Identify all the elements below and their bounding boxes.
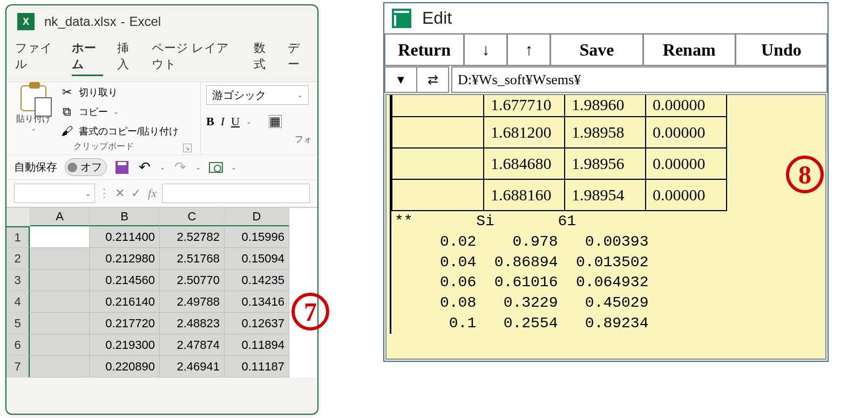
menu-insert[interactable]: 挿入: [117, 40, 138, 76]
cell[interactable]: 0.15094: [225, 248, 289, 269]
cell[interactable]: 2.52782: [160, 226, 225, 248]
bold-button[interactable]: B: [206, 114, 214, 129]
cell[interactable]: [392, 117, 484, 148]
cell[interactable]: 0.00000: [646, 95, 727, 117]
row-header[interactable]: 7: [6, 356, 30, 377]
menu-home[interactable]: ホーム: [72, 40, 103, 76]
cell[interactable]: 1.98954: [565, 179, 646, 211]
italic-button[interactable]: I: [221, 114, 225, 129]
paste-button[interactable]: 貼り付け ⌄: [12, 85, 55, 138]
undo-button[interactable]: ↶: [137, 160, 152, 175]
cut-button[interactable]: ✂ 切り取り: [60, 85, 179, 99]
cell[interactable]: [30, 334, 90, 356]
row-header[interactable]: 6: [6, 334, 30, 356]
cell[interactable]: 1.98956: [565, 148, 646, 179]
format-painter-button[interactable]: 🖌 書式のコピー/貼り付け: [60, 124, 179, 138]
return-button[interactable]: Return: [384, 33, 464, 66]
name-box[interactable]: ⌄: [14, 184, 95, 203]
cell[interactable]: 0.211400: [90, 226, 160, 248]
qat-overflow-icon[interactable]: ⌄: [231, 164, 236, 171]
row-header[interactable]: 1: [6, 226, 30, 248]
font-name-dropdown[interactable]: 游ゴシック ⌄: [206, 85, 309, 105]
cell[interactable]: 0.00000: [646, 179, 727, 211]
cell[interactable]: 0.11187: [225, 356, 289, 377]
row-header[interactable]: 3: [6, 269, 30, 291]
arrow-down-button[interactable]: ↓: [464, 33, 507, 66]
edit-plain-text[interactable]: ** Si 61 0.02 0.978 0.00393 0.04 0.86894…: [391, 211, 825, 334]
cell[interactable]: 0.219300: [90, 334, 160, 356]
col-header[interactable]: B: [90, 208, 160, 226]
clipboard-launcher-icon[interactable]: ↘: [183, 144, 192, 152]
path-input[interactable]: D:¥Ws_soft¥Wsems¥: [451, 66, 828, 93]
cell[interactable]: 1.681200: [484, 117, 565, 148]
insert-function-button[interactable]: fx: [146, 186, 159, 200]
menu-formulas[interactable]: 数式: [254, 40, 274, 76]
cell[interactable]: [392, 148, 484, 179]
cell[interactable]: 0.216140: [90, 291, 160, 313]
cell[interactable]: 0.15996: [225, 226, 289, 248]
cell[interactable]: 0.12637: [225, 313, 289, 334]
cell[interactable]: 1.688160: [484, 179, 565, 211]
cell[interactable]: 0.00000: [646, 117, 727, 148]
triangle-down-icon: ▼: [395, 73, 407, 87]
cell[interactable]: 1.677710: [484, 95, 565, 117]
cell[interactable]: 2.50770: [160, 269, 225, 291]
redo-dropdown-icon[interactable]: ⌄: [195, 164, 201, 171]
cell[interactable]: 0.214560: [90, 269, 160, 291]
cell[interactable]: 2.51768: [160, 248, 225, 269]
row-header[interactable]: 4: [6, 291, 30, 313]
border-button[interactable]: ▦: [269, 115, 282, 128]
row-header[interactable]: 5: [6, 313, 30, 334]
cell[interactable]: [30, 248, 90, 269]
cell[interactable]: 1.98958: [565, 117, 646, 148]
undo-button[interactable]: Undo: [735, 33, 828, 66]
cell[interactable]: [30, 226, 90, 248]
save-button[interactable]: [114, 160, 130, 175]
underline-dropdown-icon[interactable]: ⌄: [246, 118, 252, 125]
cell[interactable]: 1.98960: [565, 95, 646, 117]
copy-dropdown-icon[interactable]: ⌄: [113, 108, 119, 116]
col-header[interactable]: D: [225, 208, 289, 226]
formula-cancel-button[interactable]: ✕: [113, 186, 126, 200]
formula-input[interactable]: [162, 184, 310, 203]
col-header[interactable]: C: [160, 208, 225, 226]
path-dropdown-button[interactable]: ▼: [384, 66, 417, 93]
redo-button[interactable]: ↷: [173, 160, 188, 175]
cell[interactable]: 2.49788: [160, 291, 225, 313]
path-swap-button[interactable]: ⇄: [417, 66, 449, 93]
undo-dropdown-icon[interactable]: ⌄: [160, 164, 165, 171]
cell[interactable]: 2.48823: [160, 313, 225, 334]
arrow-up-button[interactable]: ↑: [507, 33, 550, 66]
select-all-corner[interactable]: [6, 208, 30, 226]
toggle-knob-icon: [67, 163, 77, 172]
cell[interactable]: [30, 356, 90, 377]
autosave-toggle[interactable]: オフ: [65, 158, 107, 176]
rename-button[interactable]: Renam: [643, 33, 735, 66]
cell[interactable]: 0.217720: [90, 313, 160, 334]
cell[interactable]: 1.684680: [484, 148, 565, 179]
cell[interactable]: [30, 269, 90, 291]
cell[interactable]: 0.11894: [225, 334, 289, 356]
col-header[interactable]: A: [30, 208, 90, 226]
cell[interactable]: 2.47874: [160, 334, 225, 356]
menu-file[interactable]: ファイル: [15, 40, 58, 76]
cell[interactable]: 0.220890: [90, 356, 160, 377]
menu-pagelayout[interactable]: ページ レイアウト: [152, 40, 239, 76]
save-button[interactable]: Save: [550, 33, 642, 66]
camera-button[interactable]: [208, 160, 223, 175]
cell[interactable]: [30, 313, 90, 334]
row-header[interactable]: 2: [6, 248, 30, 269]
copy-button[interactable]: ⧉ コピー ⌄: [60, 105, 179, 119]
cell[interactable]: 0.00000: [646, 148, 727, 179]
underline-button[interactable]: U: [231, 114, 240, 129]
cell[interactable]: [392, 95, 484, 117]
cell[interactable]: 0.13416: [225, 291, 289, 313]
cell[interactable]: 0.212980: [90, 248, 160, 269]
formula-enter-button[interactable]: ✓: [130, 186, 143, 200]
cell[interactable]: [392, 179, 484, 211]
cell[interactable]: 0.14235: [225, 269, 289, 291]
cell[interactable]: [30, 291, 90, 313]
paste-dropdown-icon[interactable]: ⌄: [31, 125, 36, 132]
cell[interactable]: 2.46941: [160, 356, 225, 377]
menu-data[interactable]: デー: [288, 40, 309, 76]
